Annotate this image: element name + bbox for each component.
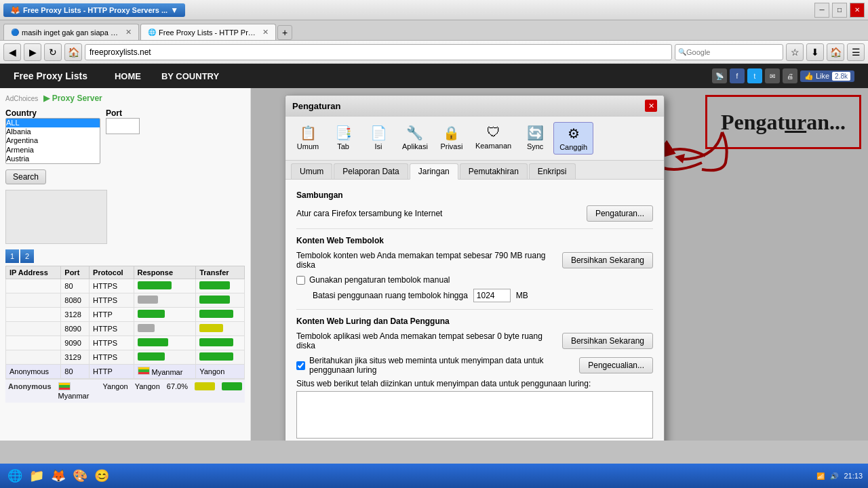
toolbar-aplikasi[interactable]: 🔧 Aplikasi xyxy=(397,122,433,155)
separator-2 xyxy=(296,309,653,310)
page-2-button[interactable]: 2 xyxy=(20,249,34,263)
tab-icon: 📑 xyxy=(335,125,352,141)
bottom-detail: Anonymous Myanmar Yangon Yangon 67.0% xyxy=(5,379,245,403)
cache-checkbox-row: Gunakan pengaturan tembolok manual xyxy=(296,275,653,285)
aplikasi-icon: 🔧 xyxy=(406,125,423,141)
new-tab-button[interactable]: + xyxy=(277,25,292,40)
facebook-icon[interactable]: f xyxy=(730,68,745,83)
restore-button[interactable]: □ xyxy=(832,3,847,18)
toolbar-umum[interactable]: 📋 Umum xyxy=(291,122,325,155)
nav-home[interactable]: HOME xyxy=(115,71,141,81)
site-title: Free Proxy Lists xyxy=(14,70,87,81)
taskbar-folder-icon[interactable]: 📁 xyxy=(27,466,46,485)
table-row[interactable]: 3128 HTTP xyxy=(6,307,245,321)
toolbar-keamanan[interactable]: 🛡 Keamanan xyxy=(470,122,517,155)
modal-close-button[interactable]: ✕ xyxy=(645,100,657,112)
taskbar-sys: 📶 🔊 21:13 xyxy=(816,472,863,480)
print-icon[interactable]: 🖨 xyxy=(783,68,797,83)
col-response: Response xyxy=(134,266,196,279)
offline-clean-button[interactable]: Bersihkan Sekarang xyxy=(562,333,653,349)
titlebar: 🦊 Free Proxy Lists - HTTP Proxy Servers … xyxy=(0,0,868,20)
sambungan-settings-button[interactable]: Pengaturan... xyxy=(587,205,653,222)
toolbar-canggih[interactable]: ⚙ Canggih xyxy=(553,122,593,155)
tab-1-close[interactable]: ✕ xyxy=(125,28,132,37)
modal-overlay: Pengaturan ✕ 📋 Umum 📑 Tab xyxy=(251,88,868,441)
bookmark-button[interactable]: ☆ xyxy=(786,43,804,61)
toolbar-isi[interactable]: 📄 Isi xyxy=(361,122,395,155)
tab-pelaporan[interactable]: Pelaporan Data xyxy=(334,163,408,179)
table-row[interactable]: 8090 HTTPS xyxy=(6,321,245,336)
tab-1[interactable]: 🔵 masih inget gak gan siapa pasangan f..… xyxy=(3,24,139,40)
country-filter: Country ALL Albania Argentina Armenia Au… xyxy=(5,108,100,164)
download-button[interactable]: ⬇ xyxy=(806,43,824,61)
email-icon[interactable]: ✉ xyxy=(765,68,780,83)
tab-bar: 🔵 masih inget gak gan siapa pasangan f..… xyxy=(0,20,868,41)
tab-2-close[interactable]: ✕ xyxy=(262,28,269,37)
table-row[interactable]: 9090 HTTPS xyxy=(6,336,245,350)
ad-choices: AdChoices xyxy=(5,95,38,102)
offline-row: Tembolok aplikasi web Anda memakan tempa… xyxy=(296,331,653,350)
home2-button[interactable]: 🏠 xyxy=(827,43,844,61)
sidebar: AdChoices ▶ Proxy Server Country ALL Alb… xyxy=(0,88,251,441)
minimize-button[interactable]: ─ xyxy=(814,3,829,18)
cache-clean-button[interactable]: Bersihkan Sekarang xyxy=(562,252,653,268)
page-1-button[interactable]: 1 xyxy=(5,249,19,263)
website-content: Free Proxy Lists HOME BY COUNTRY 📡 f t ✉… xyxy=(0,64,868,441)
nav-by-country[interactable]: BY COUNTRY xyxy=(161,71,219,81)
tab-umum[interactable]: Umum xyxy=(291,163,332,179)
firefox-button[interactable]: 🦊 Free Proxy Lists - HTTP Proxy Servers … xyxy=(3,3,185,17)
modal-titlebar: Pengaturan ✕ xyxy=(285,96,664,117)
taskbar-volume: 🔊 xyxy=(830,472,838,480)
settings-button[interactable]: ☰ xyxy=(847,43,865,61)
taskbar-ps-icon[interactable]: 🎨 xyxy=(71,466,90,485)
country-select[interactable]: ALL Albania Argentina Armenia Austria xyxy=(5,118,100,164)
filter-row: Country ALL Albania Argentina Armenia Au… xyxy=(5,108,245,164)
home-button[interactable]: 🏠 xyxy=(64,43,82,61)
browser-search-input[interactable] xyxy=(686,48,768,56)
taskbar-ie-icon[interactable]: 🌐 xyxy=(5,466,24,485)
cache-title: Konten Web Tembolok xyxy=(296,236,653,245)
ad-box xyxy=(5,190,107,244)
address-bar[interactable] xyxy=(85,44,672,60)
proxy-server-link[interactable]: ▶ Proxy Server xyxy=(43,94,102,103)
offline-exception-button[interactable]: Pengecualian... xyxy=(579,357,653,373)
cache-manual-checkbox[interactable] xyxy=(296,276,305,285)
toolbar-sync[interactable]: 🔄 Sync xyxy=(518,122,552,155)
tab-jaringan[interactable]: Jaringan xyxy=(410,163,458,180)
isi-icon: 📄 xyxy=(370,125,387,141)
cache-limit-input[interactable] xyxy=(473,289,511,302)
reload-button[interactable]: ↻ xyxy=(44,43,62,61)
rss-icon[interactable]: 📡 xyxy=(712,68,727,83)
table-row[interactable]: 8080 HTTPS xyxy=(6,293,245,307)
table-row[interactable]: 3129 HTTPS xyxy=(6,350,245,364)
canggih-icon: ⚙ xyxy=(568,125,580,142)
toolbar: ◀ ▶ ↻ 🏠 🔍 ☆ ⬇ 🏠 ☰ xyxy=(0,41,868,64)
toolbar-tab[interactable]: 📑 Tab xyxy=(326,122,360,155)
port-input[interactable] xyxy=(106,118,140,134)
toolbar-privasi[interactable]: 🔒 Privasi xyxy=(435,122,469,155)
myanmar-flag xyxy=(138,367,150,375)
browser-window: 🦊 Free Proxy Lists - HTTP Proxy Servers … xyxy=(0,0,868,488)
back-button[interactable]: ◀ xyxy=(3,43,21,61)
cache-desc: Tembolok konten web Anda memakan tempat … xyxy=(296,251,557,270)
settings-modal: Pengaturan ✕ 📋 Umum 📑 Tab xyxy=(285,95,665,441)
forward-button[interactable]: ▶ xyxy=(24,43,41,61)
close-button[interactable]: ✕ xyxy=(850,3,865,18)
twitter-icon[interactable]: t xyxy=(747,68,762,83)
offline-notify-checkbox[interactable] xyxy=(296,361,305,370)
tab-pemutakhiran[interactable]: Pemutakhiran xyxy=(460,163,528,179)
taskbar-network: 📶 xyxy=(816,472,825,480)
search-button[interactable]: Search xyxy=(5,169,46,184)
taskbar-firefox-icon[interactable]: 🦊 xyxy=(49,466,68,485)
fb-like-box[interactable]: 👍 Like 2.8k xyxy=(800,70,854,82)
col-transfer: Transfer xyxy=(196,266,245,279)
table-row[interactable]: 80 HTTPS xyxy=(6,279,245,293)
tab-enkripsi[interactable]: Enkripsi xyxy=(529,163,576,179)
cache-limit-row: Batasi penggunaan ruang tembolok hingga … xyxy=(296,289,653,302)
table-row-bottom[interactable]: Anonymous 80 HTTP Myanmar Yangon xyxy=(6,364,245,378)
tab-2[interactable]: 🌐 Free Proxy Lists - HTTP Proxy Servers … xyxy=(140,24,276,40)
offline-sites-textarea[interactable] xyxy=(296,391,653,439)
umum-icon: 📋 xyxy=(300,125,317,141)
offline-checkbox-row: Beritahukan jika situs web meminta untuk… xyxy=(296,356,653,375)
taskbar-smiley-icon[interactable]: 😊 xyxy=(92,466,111,485)
